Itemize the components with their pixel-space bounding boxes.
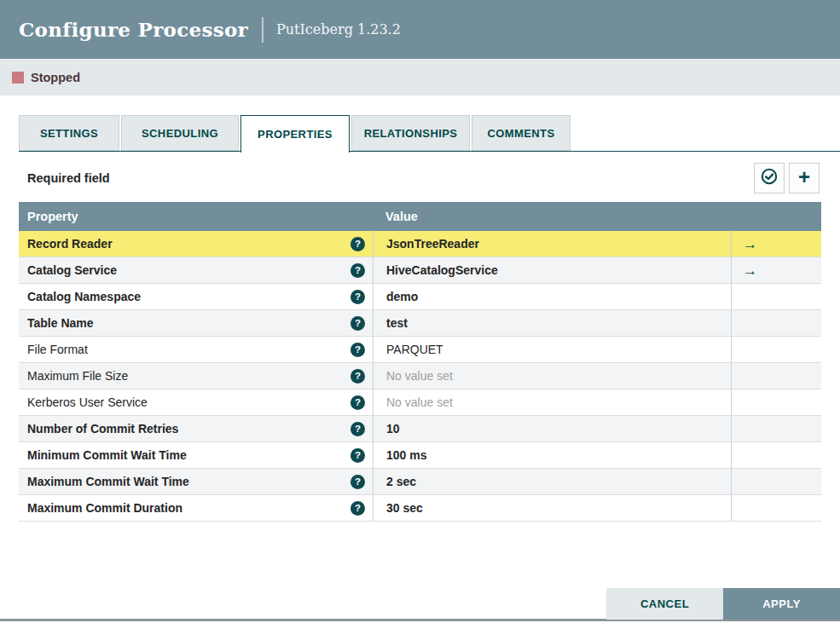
tab-comments[interactable]: COMMENTS <box>472 115 571 151</box>
property-value-cell[interactable]: JsonTreeReader <box>373 231 731 257</box>
help-icon[interactable]: ? <box>350 316 365 331</box>
property-value: demo <box>386 290 418 303</box>
goto-service-cell <box>731 310 821 336</box>
property-value-cell[interactable]: 30 sec <box>373 495 731 521</box>
property-name-cell[interactable]: Record Reader? <box>19 231 373 257</box>
property-name-cell[interactable]: File Format? <box>19 337 373 362</box>
configure-processor-dialog: Configure Processor PutIceberg 1.23.2 St… <box>0 0 840 623</box>
help-icon[interactable]: ? <box>350 422 365 436</box>
apply-button[interactable]: APPLY <box>723 588 840 620</box>
cancel-button[interactable]: CANCEL <box>606 588 723 620</box>
goto-service-cell <box>731 363 821 389</box>
plus-icon: + <box>798 167 810 187</box>
property-row: Kerberos User Service?No value set <box>19 389 821 416</box>
add-property-button[interactable]: + <box>789 163 820 193</box>
goto-service-arrow-icon[interactable]: → <box>743 263 757 278</box>
property-value-cell[interactable]: HiveCatalogService <box>373 257 731 283</box>
property-row: Catalog Service?HiveCatalogService→ <box>19 257 821 284</box>
property-value: No value set <box>386 395 453 409</box>
goto-service-cell <box>731 442 821 468</box>
property-row: Number of Commit Retries?10 <box>19 416 821 442</box>
help-icon[interactable]: ? <box>350 475 365 489</box>
dialog-title: Configure Processor <box>19 18 248 41</box>
property-name: Number of Commit Retries <box>27 422 178 436</box>
property-name-cell[interactable]: Maximum Commit Duration? <box>19 495 373 521</box>
goto-service-cell <box>731 469 821 494</box>
goto-service-cell <box>731 284 821 309</box>
property-name-cell[interactable]: Maximum File Size? <box>19 363 373 389</box>
property-name: Maximum Commit Wait Time <box>27 475 189 488</box>
help-icon[interactable]: ? <box>350 263 365 278</box>
property-name: Catalog Namespace <box>27 290 141 303</box>
property-name-cell[interactable]: Minimum Commit Wait Time? <box>19 442 373 468</box>
property-name: Record Reader <box>27 237 113 251</box>
properties-table-body: Record Reader?JsonTreeReader→Catalog Ser… <box>19 231 821 522</box>
help-icon[interactable]: ? <box>350 237 365 251</box>
goto-service-cell <box>731 416 821 441</box>
property-row: File Format?PARQUET <box>19 337 821 363</box>
processor-type-version: PutIceberg 1.23.2 <box>276 21 401 37</box>
tab-bar: SETTINGS SCHEDULING PROPERTIES RELATIONS… <box>19 115 840 152</box>
property-name-cell[interactable]: Catalog Service? <box>19 257 373 283</box>
tab-relationships[interactable]: RELATIONSHIPS <box>351 115 470 151</box>
help-icon[interactable]: ? <box>350 290 365 304</box>
header-divider <box>262 17 264 43</box>
property-name: Maximum File Size <box>27 369 128 383</box>
tab-scheduling[interactable]: SCHEDULING <box>121 115 239 151</box>
property-name-cell[interactable]: Maximum Commit Wait Time? <box>19 469 373 494</box>
goto-service-arrow-icon[interactable]: → <box>743 237 757 251</box>
property-value-cell[interactable]: 2 sec <box>373 469 731 494</box>
goto-service-cell <box>731 495 821 521</box>
goto-service-cell <box>731 337 821 362</box>
check-circle-icon <box>760 167 779 189</box>
tab-properties[interactable]: PROPERTIES <box>240 115 350 153</box>
property-row: Minimum Commit Wait Time?100 ms <box>19 442 821 469</box>
property-value-cell[interactable]: No value set <box>373 363 731 389</box>
goto-service-cell: → <box>731 231 821 257</box>
table-header-row: Property Value <box>19 202 821 231</box>
property-name-cell[interactable]: Table Name? <box>19 310 373 336</box>
property-name-cell[interactable]: Number of Commit Retries? <box>19 416 373 441</box>
property-value-cell[interactable]: 10 <box>373 416 731 441</box>
property-value-cell[interactable]: No value set <box>373 389 731 415</box>
column-header-property: Property <box>19 210 373 223</box>
property-name: Table Name <box>27 316 94 330</box>
help-icon[interactable]: ? <box>350 448 365 463</box>
property-value: 10 <box>386 422 400 436</box>
properties-table: Property Value Record Reader?JsonTreeRea… <box>19 202 821 522</box>
column-header-value: Value <box>373 210 731 223</box>
property-row: Catalog Namespace?demo <box>19 284 821 310</box>
property-name-cell[interactable]: Kerberos User Service? <box>19 389 373 415</box>
status-label: Stopped <box>31 71 80 84</box>
goto-service-cell <box>731 389 821 415</box>
property-name: Catalog Service <box>27 263 117 277</box>
property-row: Maximum Commit Wait Time?2 sec <box>19 469 821 495</box>
property-value: 30 sec <box>386 501 423 515</box>
property-value-cell[interactable]: 100 ms <box>373 442 731 468</box>
property-value: 2 sec <box>386 475 416 488</box>
property-row: Record Reader?JsonTreeReader→ <box>19 231 821 257</box>
help-icon[interactable]: ? <box>350 343 365 357</box>
property-value: No value set <box>386 369 453 383</box>
property-name: Maximum Commit Duration <box>27 501 182 515</box>
required-field-label: Required field <box>27 171 110 185</box>
help-icon[interactable]: ? <box>350 369 365 384</box>
property-name: File Format <box>27 343 88 356</box>
property-value-cell[interactable]: demo <box>373 284 731 309</box>
property-value: PARQUET <box>386 343 443 356</box>
goto-service-cell: → <box>731 257 821 283</box>
property-name: Kerberos User Service <box>27 395 148 409</box>
property-value: HiveCatalogService <box>386 263 498 277</box>
stopped-icon <box>12 72 24 84</box>
help-icon[interactable]: ? <box>350 395 365 410</box>
verify-properties-button[interactable] <box>754 163 785 193</box>
help-icon[interactable]: ? <box>350 501 365 516</box>
property-name-cell[interactable]: Catalog Namespace? <box>19 284 373 309</box>
tab-settings[interactable]: SETTINGS <box>19 115 119 151</box>
property-value-cell[interactable]: test <box>373 310 731 336</box>
property-row: Maximum File Size?No value set <box>19 363 821 389</box>
property-value: test <box>386 316 408 330</box>
dialog-header: Configure Processor PutIceberg 1.23.2 <box>0 0 840 59</box>
status-bar: Stopped <box>0 59 840 95</box>
property-value-cell[interactable]: PARQUET <box>373 337 731 362</box>
